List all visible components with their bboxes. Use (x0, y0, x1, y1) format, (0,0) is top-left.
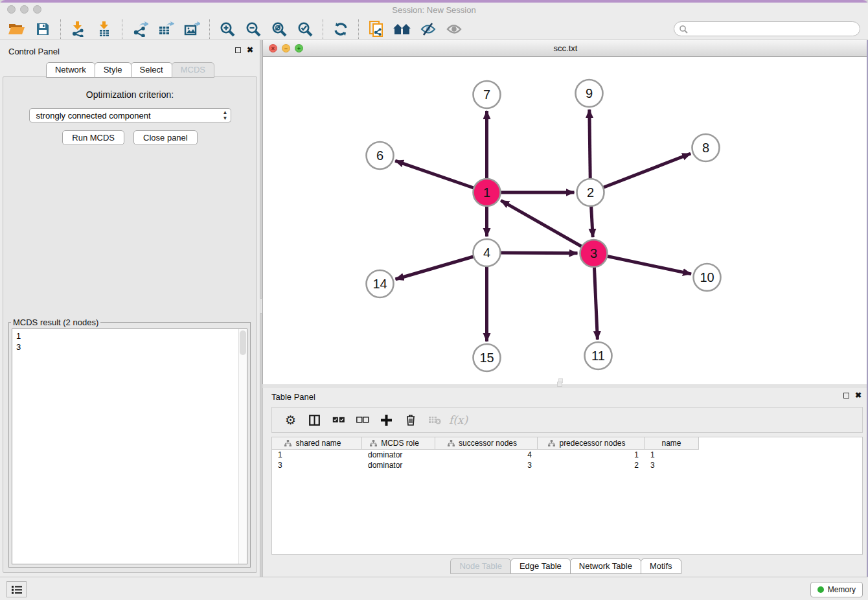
svg-text:3: 3 (590, 246, 597, 260)
select-all-columns-icon[interactable] (326, 410, 350, 430)
dropdown-stepper-icon: ▲▼ (223, 110, 228, 121)
optimization-dropdown[interactable]: strongly connected component ▲▼ (29, 108, 231, 122)
zoom-fit-icon[interactable] (266, 19, 292, 39)
refresh-layout-icon[interactable] (328, 19, 354, 39)
sort-hierarchy-icon (548, 440, 555, 446)
table-panel-title: Table Panel (271, 392, 315, 402)
svg-text:1: 1 (483, 185, 490, 200)
delete-table-icon (422, 410, 446, 430)
graph-node-6[interactable]: 6 (367, 142, 394, 169)
table-cell[interactable]: 3 (435, 461, 538, 470)
zoom-in-icon[interactable] (214, 19, 240, 39)
svg-text:9: 9 (586, 86, 593, 100)
show-all-icon[interactable] (441, 19, 467, 39)
mcds-result-line: 1 (16, 330, 243, 341)
column-header-predecessor-nodes[interactable]: predecessor nodes (538, 437, 645, 450)
graph-node-3[interactable]: 3 (580, 240, 608, 267)
table-cell[interactable]: 3 (272, 461, 362, 470)
table-cell[interactable]: 1 (272, 450, 362, 459)
graph-node-8[interactable]: 8 (692, 134, 720, 161)
float-panel-icon[interactable] (235, 47, 241, 53)
tab-motifs[interactable]: Motifs (641, 559, 681, 574)
table-cell[interactable]: 1 (538, 450, 645, 459)
table-cell[interactable]: dominator (362, 450, 435, 459)
graph-edge-3-1[interactable] (501, 200, 593, 253)
show-columns-icon[interactable] (303, 410, 326, 430)
import-network-icon[interactable] (65, 19, 91, 39)
export-network-icon[interactable] (127, 19, 153, 39)
sort-hierarchy-icon (284, 440, 291, 446)
graph-node-11[interactable]: 11 (585, 342, 612, 369)
mcds-panel: Optimization criterion: strongly connect… (3, 76, 257, 573)
task-history-button[interactable] (6, 581, 27, 597)
graph-node-7[interactable]: 7 (474, 81, 501, 108)
graph-node-4[interactable]: 4 (474, 239, 501, 266)
create-column-icon[interactable] (374, 410, 398, 430)
run-mcds-button[interactable]: Run MCDS (62, 130, 124, 145)
table-row[interactable]: 3dominator323 (272, 460, 862, 470)
table-cell[interactable]: 4 (435, 450, 538, 459)
table-cell[interactable]: 1 (645, 450, 699, 459)
graph-edge-2-8[interactable] (591, 154, 691, 192)
graph-node-9[interactable]: 9 (576, 80, 603, 107)
mcds-result-list[interactable]: 13 (12, 329, 247, 564)
import-table-icon[interactable] (91, 19, 117, 39)
tab-mcds[interactable]: MCDS (172, 62, 214, 78)
graph-node-2[interactable]: 2 (577, 179, 604, 206)
tab-style[interactable]: Style (95, 62, 131, 78)
close-panel-icon[interactable]: ✖ (247, 47, 253, 54)
unselect-all-columns-icon[interactable] (350, 410, 374, 430)
toolbar-separator (122, 19, 122, 39)
node-table[interactable]: shared nameMCDS rolesuccessor nodesprede… (271, 437, 863, 555)
table-row[interactable]: 1dominator411 (272, 450, 862, 460)
search-input[interactable] (674, 21, 860, 36)
toolbar-separator (60, 19, 61, 39)
column-header-name[interactable]: name (645, 437, 699, 450)
tab-network[interactable]: Network (46, 62, 95, 78)
tab-network-table[interactable]: Network Table (570, 559, 641, 574)
table-cell[interactable]: 3 (645, 461, 699, 470)
graph-node-1[interactable]: 1 (474, 179, 501, 206)
close-panel-button[interactable]: Close panel (133, 130, 198, 145)
table-cell[interactable]: 2 (538, 461, 645, 470)
open-session-icon[interactable] (4, 19, 30, 39)
graph-edge-1-6[interactable] (395, 161, 486, 192)
svg-text:10: 10 (700, 270, 714, 284)
export-table-icon[interactable] (153, 19, 179, 39)
status-bar: Memory (0, 577, 868, 600)
tab-node-table[interactable]: Node Table (450, 559, 511, 574)
graph-node-10[interactable]: 10 (694, 264, 721, 291)
tab-select[interactable]: Select (131, 62, 172, 78)
hide-selected-icon[interactable] (415, 19, 441, 39)
tab-edge-table[interactable]: Edge Table (510, 559, 571, 574)
graph-edge-3-10[interactable] (594, 253, 692, 274)
save-session-icon[interactable] (30, 19, 56, 39)
graph-node-14[interactable]: 14 (367, 270, 394, 297)
column-header-MCDS-role[interactable]: MCDS role (362, 437, 435, 450)
control-panel: Control Panel ✖ NetworkStyleSelectMCDS O… (0, 40, 260, 577)
export-image-icon[interactable] (179, 19, 205, 39)
memory-button[interactable]: Memory (810, 582, 863, 597)
zoom-selected-icon[interactable] (292, 19, 318, 39)
column-label: MCDS role (381, 439, 419, 448)
network-canvas[interactable]: 7968124314101511 (263, 57, 868, 384)
network-window-titlebar[interactable]: × − + scc.txt (263, 40, 868, 57)
result-scrollbar[interactable] (238, 329, 247, 564)
network-graph[interactable]: 7968124314101511 (263, 57, 868, 384)
optimization-dropdown-value: strongly connected component (36, 111, 151, 121)
home-layouts-icon[interactable] (389, 19, 415, 39)
table-settings-icon[interactable]: ⚙ (279, 410, 303, 430)
column-header-shared-name[interactable]: shared name (272, 437, 362, 450)
table-cell[interactable]: dominator (362, 461, 435, 470)
toolbar-separator (358, 19, 359, 39)
zoom-out-icon[interactable] (240, 19, 266, 39)
close-table-panel-icon[interactable]: ✖ (855, 392, 862, 399)
column-label: shared name (295, 439, 341, 448)
function-builder-icon: f(x) (446, 410, 470, 430)
control-panel-tabs: NetworkStyleSelectMCDS (0, 62, 260, 78)
column-header-successor-nodes[interactable]: successor nodes (435, 437, 538, 450)
delete-column-icon[interactable] (398, 410, 422, 430)
graph-node-15[interactable]: 15 (474, 344, 501, 371)
network-document-icon[interactable] (363, 19, 389, 39)
float-table-panel-icon[interactable] (843, 393, 849, 398)
